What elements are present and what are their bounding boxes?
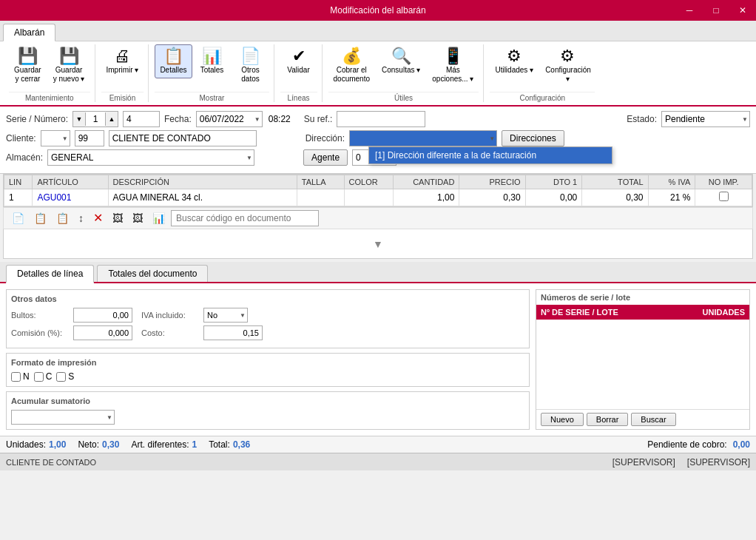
bultos-input[interactable] — [73, 308, 132, 323]
maximize-button[interactable]: □ — [703, 0, 729, 21]
table-toolbar: 📄 📋 📋 ↕ ✕ 🖼 🖼 📊 — [3, 207, 753, 229]
spinner-down-btn[interactable]: ▼ — [73, 112, 85, 126]
formato-s-checkbox[interactable] — [56, 372, 66, 382]
tb-data-btn[interactable]: 📊 — [149, 211, 169, 226]
acumular-sumatorio-section: Acumular sumatorio — [6, 391, 530, 430]
scroll-down-indicator[interactable]: ▼ — [3, 229, 753, 259]
col-total: TOTAL — [582, 175, 648, 189]
tb-copy-btn[interactable]: 📋 — [30, 211, 50, 226]
btn-mas-opciones[interactable]: 📱 Másopciones... ▾ — [427, 44, 479, 87]
almacen-label: Almacén: — [6, 152, 43, 163]
cell-talla — [297, 189, 344, 206]
neto-val: 0,30 — [102, 439, 119, 450]
group-label-lineas: Líneas — [280, 92, 317, 102]
serie-borrar-btn[interactable]: Borrar — [587, 413, 629, 426]
main-table-container: LIN ARTÍCULO DESCRIPCIÓN TALLA COLOR CAN… — [3, 174, 753, 207]
formato-radio-group: N C S — [11, 371, 524, 382]
serie-nuevo-btn[interactable]: Nuevo — [541, 413, 584, 426]
tb-move-btn[interactable]: ↕ — [75, 211, 87, 226]
btn-detalles[interactable]: 📋 Detalles — [155, 44, 192, 78]
tab-albaran[interactable]: Albarán — [3, 24, 55, 41]
formato-s-label: S — [68, 371, 74, 382]
serie-col-unidades: UNIDADES — [670, 305, 749, 320]
serie-buscar-btn[interactable]: Buscar — [631, 413, 675, 426]
almacen-wrap: GENERAL — [47, 149, 254, 166]
minimize-button[interactable]: ─ — [676, 0, 703, 21]
numero-input[interactable] — [123, 111, 160, 127]
cliente-type-select[interactable] — [41, 130, 70, 146]
btn-guardar-cerrar[interactable]: 💾 Guardary cerrar — [9, 44, 47, 87]
btn-cobrar[interactable]: 💰 Cobrar eldocumento — [328, 44, 375, 87]
main-table: LIN ARTÍCULO DESCRIPCIÓN TALLA COLOR CAN… — [4, 175, 752, 206]
btn-configuracion[interactable]: ⚙ Configuración ▾ — [540, 44, 595, 87]
agente-btn[interactable]: Agente — [303, 149, 348, 166]
formato-n-checkbox[interactable] — [11, 372, 21, 382]
spinner-up-btn[interactable]: ▲ — [106, 112, 118, 126]
cell-total: 0,30 — [582, 189, 648, 206]
pendiente-val: 0,00 — [733, 439, 750, 450]
direcciones-btn[interactable]: Direcciones — [502, 130, 564, 146]
table-row[interactable]: 1 AGU001 AGUA MINERAL 34 cl. 1,00 0,30 0… — [4, 189, 752, 206]
art-diferentes-val: 1 — [192, 439, 198, 450]
estado-select-wrap: Pendiente — [661, 111, 750, 127]
btn-validar[interactable]: ✔ Validar — [280, 44, 317, 78]
col-articulo: ARTÍCULO — [33, 175, 108, 189]
tb-image-btn[interactable]: 🖼 — [109, 211, 126, 226]
tab-bar: Albarán — [0, 21, 756, 41]
art-diferentes-label: Art. diferentes: — [131, 439, 189, 450]
fecha-input[interactable] — [196, 111, 263, 127]
ribbon-group-mostrar: 📋 Detalles 📊 Totales 📄 Otrosdatos Mostra… — [150, 44, 274, 102]
direccion-label: Dirección: — [306, 133, 345, 144]
status-supervisor1: [SUPERVISOR] — [612, 457, 675, 468]
btn-utilidades[interactable]: ⚙ Utilidades ▾ — [490, 44, 539, 78]
ribbon-group-lineas: ✔ Validar Líneas — [276, 44, 323, 102]
tb-paste-btn[interactable]: 📋 — [53, 211, 72, 226]
formato-n-label: N — [23, 371, 30, 382]
acumular-select[interactable] — [11, 410, 115, 425]
ribbon-group-utiles: 💰 Cobrar eldocumento 🔍 Consultas ▾ 📱 Más… — [324, 44, 485, 102]
formato-c-checkbox[interactable] — [34, 372, 44, 382]
btn-otros-datos[interactable]: 📄 Otrosdatos — [232, 44, 269, 87]
direccion-wrap — [349, 130, 497, 146]
dropdown-item-1[interactable]: [1] Dirección diferente a la de facturac… — [369, 147, 612, 163]
serie-spinner[interactable]: ▼ 1 ▲ — [72, 111, 118, 127]
close-button[interactable]: ✕ — [729, 0, 756, 21]
cell-noimportado — [695, 189, 752, 206]
estado-select[interactable]: Pendiente — [661, 111, 750, 127]
comision-input[interactable] — [73, 325, 132, 340]
tab-detalles-linea[interactable]: Detalles de línea — [6, 265, 94, 283]
btn-imprimir[interactable]: 🖨 Imprimir ▾ — [101, 44, 144, 78]
tb-delete-btn[interactable]: ✕ — [90, 210, 107, 226]
form-header: Serie / Número: ▼ 1 ▲ Fecha: 08:22 Su re… — [0, 107, 756, 174]
iva-incluido-select[interactable]: No — [203, 308, 248, 323]
direccion-input[interactable] — [349, 130, 497, 146]
serie-buttons: Nuevo Borrar Buscar — [536, 409, 749, 429]
col-precio: PRECIO — [459, 175, 525, 189]
estado-label: Estado: — [627, 114, 657, 124]
status-client: CLIENTE DE CONTADO — [6, 458, 96, 467]
ribbon: 💾 Guardary cerrar 💾 Guardary nuevo ▾ Man… — [0, 41, 756, 107]
cliente-label: Cliente: — [6, 133, 36, 144]
noimportado-checkbox[interactable] — [719, 192, 729, 201]
tb-new-btn[interactable]: 📄 — [8, 211, 28, 226]
cliente-id-input[interactable] — [75, 130, 104, 146]
total-label: Total: — [209, 439, 230, 450]
suref-label: Su ref.: — [304, 114, 333, 124]
serie-panel-title: Números de serie / lote — [536, 290, 749, 305]
total-val: 0,36 — [233, 439, 250, 450]
almacen-select[interactable]: GENERAL — [47, 149, 254, 166]
btn-consultas[interactable]: 🔍 Consultas ▾ — [377, 44, 425, 78]
btn-guardar-nuevo[interactable]: 💾 Guardary nuevo ▾ — [48, 44, 90, 87]
btn-totales[interactable]: 📊 Totales — [194, 44, 231, 78]
col-lin: LIN — [4, 175, 33, 189]
cliente-name-input[interactable] — [109, 130, 257, 146]
tb-image2-btn[interactable]: 🖼 — [129, 211, 146, 226]
suref-input[interactable] — [337, 111, 425, 127]
costo-input[interactable] — [203, 325, 263, 340]
search-code-input[interactable] — [171, 210, 319, 226]
tab-totales-documento[interactable]: Totales del documento — [97, 265, 208, 282]
window-title: Modificación del albarán — [330, 5, 425, 16]
ribbon-group-emision: 🖨 Imprimir ▾ Emisión — [97, 44, 149, 102]
cell-lin: 1 — [4, 189, 33, 206]
group-label-mostrar: Mostrar — [155, 92, 269, 102]
